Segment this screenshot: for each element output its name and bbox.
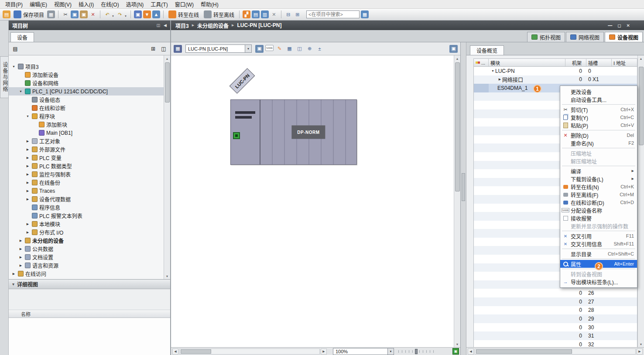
menu-item-0[interactable]: 项目(P): [2, 0, 26, 9]
save-project-button[interactable]: 保存项目: [12, 10, 46, 19]
scroll-up-icon[interactable]: ▲: [454, 55, 461, 61]
collapse-icon[interactable]: ▼: [18, 90, 23, 93]
zoom-slider[interactable]: [398, 349, 437, 354]
context-menu-item[interactable]: 重命名(N)F2: [560, 139, 637, 147]
context-menu-item[interactable]: 交叉引用F11: [560, 232, 637, 240]
chevron-down-icon[interactable]: ▼: [245, 45, 251, 52]
undo-icon-caret[interactable]: ▼: [112, 15, 114, 17]
menu-item-5[interactable]: 选项(N): [123, 0, 147, 9]
redo-icon[interactable]: ↷: [116, 10, 124, 18]
tree-item[interactable]: ▶公共数据: [9, 245, 164, 253]
tree-item[interactable]: ▶Traces: [9, 187, 164, 195]
tree-item[interactable]: ▼PLC_1 [CPU 1214C DC/DC/DC]: [9, 87, 164, 96]
tab-devices[interactable]: 设备: [10, 32, 34, 42]
upload-from-device-icon[interactable]: ▲: [152, 10, 160, 18]
context-menu-item[interactable]: 编译▶: [560, 167, 637, 175]
project-tree-scrollbar[interactable]: ▲ ▼: [164, 55, 170, 279]
device-overview-row[interactable]: 030: [474, 323, 637, 332]
force-table-icon[interactable]: ▥: [261, 10, 269, 18]
tree-item[interactable]: ▶本地模块: [9, 220, 164, 228]
context-menu-item[interactable]: 复制(Y)Ctrl+C: [560, 113, 637, 121]
close-button[interactable]: ✕: [627, 23, 630, 28]
header-status-cell[interactable]: ...: [474, 59, 489, 66]
scroll-down-icon[interactable]: ▼: [164, 273, 171, 279]
scroll-thumb[interactable]: [181, 349, 211, 354]
breadcrumb-item[interactable]: 未分组的设备: [197, 22, 229, 29]
expand-icon[interactable]: ▶: [25, 173, 30, 176]
device-overview-row[interactable]: 031: [474, 331, 637, 340]
scroll-down-icon[interactable]: ▼: [638, 341, 644, 347]
panel-splitter[interactable]: [461, 42, 466, 355]
context-menu-item[interactable]: 更新并显示强制的操作数: [560, 222, 637, 230]
scroll-thumb[interactable]: [455, 62, 460, 191]
scroll-right-icon[interactable]: ▶: [637, 348, 643, 355]
expand-icon[interactable]: ▶: [25, 198, 30, 201]
scroll-thumb[interactable]: [165, 62, 170, 102]
redo-icon-caret[interactable]: ▼: [124, 15, 127, 17]
compile-icon[interactable]: ▣: [134, 10, 142, 18]
device-overview-row[interactable]: 026: [474, 289, 637, 297]
tree-item[interactable]: ▶文档设置: [9, 253, 164, 261]
context-menu-item[interactable]: 接收报警: [560, 214, 637, 222]
collapse-icon[interactable]: ▼: [490, 69, 495, 72]
device-overview-row[interactable]: 029: [474, 314, 637, 323]
breadcrumb-item[interactable]: 项目3: [175, 22, 189, 29]
device-canvas[interactable]: LUC-PN DP-NORM ▲ ▼: [171, 55, 460, 347]
zoom-dropdown[interactable]: 100% ▼: [333, 348, 394, 355]
context-menu-item[interactable]: 更改设备: [560, 88, 637, 96]
menu-item-8[interactable]: 帮助(H): [197, 0, 222, 9]
expand-icon[interactable]: ▶: [18, 264, 23, 267]
paste-icon[interactable]: ▣: [80, 10, 88, 18]
scroll-left-icon[interactable]: ◀: [468, 348, 474, 355]
menu-item-4[interactable]: 在线(O): [97, 0, 122, 9]
header-i-address[interactable]: I 地址: [612, 59, 637, 66]
expand-icon[interactable]: ▶: [25, 140, 30, 143]
tree-item[interactable]: ▶工艺对象: [9, 137, 164, 145]
expand-icon[interactable]: ▶: [25, 148, 30, 151]
context-menu-item[interactable]: 下载到设备(L)▶: [560, 175, 637, 183]
expand-icon[interactable]: ▶: [25, 189, 30, 193]
cut-icon[interactable]: ✂: [62, 10, 69, 18]
tab-device-overview[interactable]: 设备概览: [470, 45, 504, 55]
watch-table-icon[interactable]: ▤: [252, 10, 260, 18]
library-view-icon[interactable]: ▦: [361, 10, 369, 18]
device-overview-row[interactable]: ▼LUC-PN00: [474, 67, 637, 75]
tree-item[interactable]: ▶分布式 I/O: [9, 228, 164, 236]
zoom-icon[interactable]: ⊕: [305, 45, 314, 53]
scroll-right-icon[interactable]: ▶: [321, 348, 327, 355]
menu-item-2[interactable]: 视图(V): [51, 0, 75, 9]
detail-view-name-header[interactable]: 名称: [9, 310, 170, 318]
device-overview-header[interactable]: ... 模块 机架 插槽 I 地址: [474, 59, 637, 67]
device-overview-row[interactable]: 032: [474, 340, 637, 347]
menu-item-1[interactable]: 编辑(E): [26, 0, 51, 9]
device-name-tag[interactable]: LUC-PN: [230, 68, 255, 94]
tree-item[interactable]: PLC 报警文本列表: [9, 212, 164, 220]
tree-item[interactable]: ▶PLC 变量: [9, 154, 164, 162]
download-to-device-icon[interactable]: ▼: [143, 10, 151, 18]
tree-item[interactable]: ▶在线访问: [9, 270, 164, 278]
header-rack[interactable]: 机架: [565, 59, 586, 66]
split-editor-icon[interactable]: ◫: [295, 45, 304, 53]
breadcrumb-item[interactable]: LUC-PN [LUC-PN]: [237, 22, 281, 28]
canvas-hscrollbar[interactable]: [179, 348, 320, 355]
scroll-down-icon[interactable]: ▼: [454, 341, 461, 347]
go-offline-button[interactable]: 转至离线: [202, 10, 236, 19]
device-overview-row[interactable]: 028: [474, 306, 637, 315]
tree-item[interactable]: ▶外部源文件: [9, 145, 164, 154]
context-menu-item[interactable]: 压缩地址: [560, 149, 637, 157]
tab-device-view[interactable]: 设备视图: [605, 32, 643, 42]
expand-icon[interactable]: ▶: [18, 239, 23, 242]
tree-item[interactable]: 添加新块: [9, 120, 164, 129]
online-diagnostics-icon[interactable]: ▞: [243, 10, 250, 18]
tree-item[interactable]: 在线和诊断: [9, 104, 164, 112]
scroll-thumb[interactable]: [639, 67, 644, 145]
split-horizontal-icon[interactable]: ⊟: [284, 10, 292, 18]
module-slots[interactable]: DP-NORM: [260, 100, 356, 164]
context-menu-item[interactable]: 启动设备工具...: [560, 96, 637, 103]
page-preview-icon[interactable]: ▣: [255, 45, 264, 53]
overview-hscrollbar[interactable]: ◀ ▶: [466, 347, 644, 355]
assign-device-name-icon[interactable]: NAME: [265, 45, 274, 51]
overview-vscrollbar[interactable]: ▲ ▼: [637, 55, 644, 347]
context-menu-item[interactable]: 导出模块标签条(L)...: [560, 278, 637, 286]
hardware-catalog-icon[interactable]: ▦: [174, 45, 182, 53]
